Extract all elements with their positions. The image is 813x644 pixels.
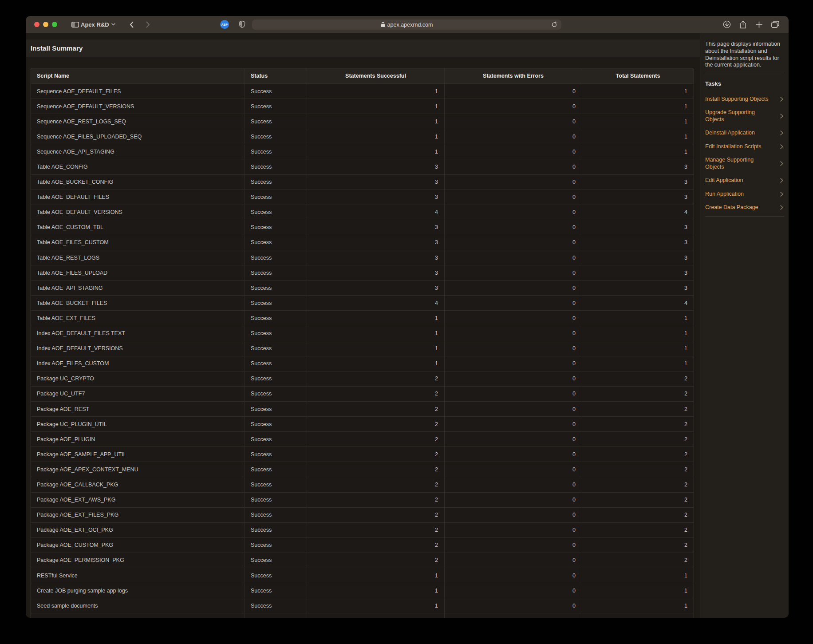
cell-total-statements: 2 bbox=[582, 402, 694, 416]
cell-statements-successful: 3 bbox=[307, 190, 444, 205]
task-label: Upgrade Supporting Objects bbox=[705, 109, 772, 123]
task-label: Manage Supporting Objects bbox=[705, 157, 772, 170]
chevron-down-icon bbox=[111, 23, 115, 26]
cell-statements-with-errors: 0 bbox=[444, 99, 582, 114]
cell-script-name: Package AOE_PLUGIN bbox=[31, 432, 245, 446]
back-button[interactable] bbox=[126, 16, 137, 33]
cell-status: Success bbox=[245, 99, 307, 114]
adblock-badge-text: ABP bbox=[221, 23, 228, 26]
cell-script-name: Table AOE_EXT_FILES bbox=[31, 311, 245, 325]
cell-statements-with-errors: 0 bbox=[444, 265, 582, 280]
lock-icon bbox=[381, 22, 385, 28]
cell-statements-successful: 2 bbox=[307, 432, 444, 446]
cell-statements-with-errors: 0 bbox=[444, 508, 582, 522]
task-link-upgrade-supporting-objects[interactable]: Upgrade Supporting Objects bbox=[705, 106, 784, 126]
table-row: Sequence AOE_REST_LOGS_SEQSuccess101 bbox=[31, 114, 694, 129]
page-title: Install Summary bbox=[31, 44, 83, 52]
table-row: Sequence AOE_API_STAGINGSuccess101 bbox=[31, 144, 694, 159]
cell-statements-successful: 3 bbox=[307, 281, 444, 295]
cell-total-statements: 1 bbox=[582, 326, 694, 341]
cell-status: Success bbox=[245, 250, 307, 265]
cell-statements-successful: 2 bbox=[307, 538, 444, 553]
task-link-install-supporting-objects[interactable]: Install Supporting Objects bbox=[705, 92, 784, 106]
cell-script-name: Package UC_UTF7 bbox=[31, 387, 245, 401]
cell-total-statements: 3 bbox=[582, 175, 694, 190]
cell-statements-successful: 1 bbox=[307, 568, 444, 583]
cell-total-statements: 4 bbox=[582, 296, 694, 310]
cell-total-statements: 1 bbox=[582, 129, 694, 144]
task-link-edit-application[interactable]: Edit Application bbox=[705, 174, 784, 188]
task-link-edit-installation-scripts[interactable]: Edit Installation Scripts bbox=[705, 140, 784, 154]
help-sidebar: This page displays information about the… bbox=[700, 33, 789, 618]
address-bar[interactable]: apex.apexrnd.com bbox=[252, 20, 561, 30]
cell-statements-successful: 2 bbox=[307, 387, 444, 401]
cell-status: Success bbox=[245, 190, 307, 205]
table-row: Table AOE_CUSTOM_TBLSuccess303 bbox=[31, 220, 694, 235]
cell-statements-with-errors: 0 bbox=[444, 205, 582, 220]
cell-script-name: Package AOE_EXT_AWS_PKG bbox=[31, 493, 245, 507]
tasks-bottom-divider bbox=[705, 216, 784, 217]
cell-status: Success bbox=[245, 568, 307, 583]
sidebar-toggle-icon[interactable] bbox=[69, 16, 81, 33]
cell-total-statements: 3 bbox=[582, 250, 694, 265]
cell-statements-with-errors: 0 bbox=[444, 159, 582, 174]
task-link-deinstall-application[interactable]: Deinstall Application bbox=[705, 126, 784, 140]
table-body: Sequence AOE_DEFAULT_FILESSuccess101Sequ… bbox=[31, 83, 694, 613]
task-label: Install Supporting Objects bbox=[705, 96, 772, 103]
shield-extension-icon[interactable] bbox=[237, 16, 247, 33]
tab-group-selector[interactable]: Apex R&D bbox=[81, 16, 115, 33]
column-header-total-statements: Total Statements bbox=[582, 68, 694, 83]
cell-statements-with-errors: 0 bbox=[444, 190, 582, 205]
task-link-create-data-package[interactable]: Create Data Package bbox=[705, 201, 784, 215]
new-tab-button[interactable] bbox=[754, 16, 764, 33]
cell-script-name: Seed sample documents bbox=[31, 598, 245, 613]
chevron-right-icon bbox=[780, 97, 783, 102]
cell-statements-with-errors: 0 bbox=[444, 250, 582, 265]
reload-icon[interactable] bbox=[551, 21, 557, 28]
cell-status: Success bbox=[245, 84, 307, 99]
cell-statements-successful: 3 bbox=[307, 175, 444, 190]
cell-statements-successful: 2 bbox=[307, 371, 444, 386]
table-total-row: Report Total: 70 0 70 bbox=[31, 613, 694, 618]
tab-overview-button[interactable] bbox=[770, 16, 781, 33]
cell-statements-with-errors: 0 bbox=[444, 432, 582, 446]
cell-script-name: Package UC_CRYPTO bbox=[31, 371, 245, 386]
cell-status: Success bbox=[245, 371, 307, 386]
cell-script-name: Table AOE_BUCKET_CONFIG bbox=[31, 175, 245, 190]
table-row: Package AOE_PLUGINSuccess202 bbox=[31, 431, 694, 446]
cell-statements-successful: 1 bbox=[307, 114, 444, 129]
cell-total-statements: 1 bbox=[582, 311, 694, 325]
cell-status: Success bbox=[245, 598, 307, 613]
task-link-run-application[interactable]: Run Application bbox=[705, 187, 784, 201]
page-title-band: Install Summary bbox=[26, 40, 700, 57]
cell-statements-successful: 2 bbox=[307, 508, 444, 522]
table-row: Package AOE_EXT_FILES_PKGSuccess202 bbox=[31, 507, 694, 522]
zoom-button[interactable] bbox=[52, 22, 57, 27]
cell-statements-with-errors: 0 bbox=[444, 523, 582, 537]
forward-button[interactable] bbox=[142, 16, 153, 33]
share-button[interactable] bbox=[738, 16, 748, 33]
chevron-right-icon bbox=[780, 114, 783, 119]
cell-statements-with-errors: 0 bbox=[444, 84, 582, 99]
page-content: Install Summary Script Name Status State… bbox=[26, 33, 789, 618]
cell-status: Success bbox=[245, 175, 307, 190]
cell-total-statements: 2 bbox=[582, 417, 694, 431]
adblock-extension-icon[interactable]: ABP bbox=[220, 20, 229, 29]
cell-statements-successful: 1 bbox=[307, 99, 444, 114]
table-row: Sequence AOE_DEFAULT_VERSIONSSuccess101 bbox=[31, 99, 694, 114]
table-row: Table AOE_API_STAGINGSuccess303 bbox=[31, 280, 694, 295]
table-row: Create JOB purging sample app logsSucces… bbox=[31, 583, 694, 598]
cell-status: Success bbox=[245, 235, 307, 250]
close-button[interactable] bbox=[34, 22, 39, 27]
cell-status: Success bbox=[245, 553, 307, 568]
cell-total-statements: 1 bbox=[582, 99, 694, 114]
table-row: Table AOE_DEFAULT_VERSIONSSuccess404 bbox=[31, 205, 694, 220]
table-row: Table AOE_CONFIGSuccess303 bbox=[31, 159, 694, 174]
downloads-button[interactable] bbox=[722, 16, 732, 33]
task-link-manage-supporting-objects[interactable]: Manage Supporting Objects bbox=[705, 154, 784, 174]
cell-total-statements: 4 bbox=[582, 205, 694, 220]
minimize-button[interactable] bbox=[43, 22, 48, 27]
cell-total-statements: 2 bbox=[582, 447, 694, 462]
table-row: Package AOE_CALLBACK_PKGSuccess202 bbox=[31, 477, 694, 492]
cell-statements-with-errors: 0 bbox=[444, 583, 582, 598]
